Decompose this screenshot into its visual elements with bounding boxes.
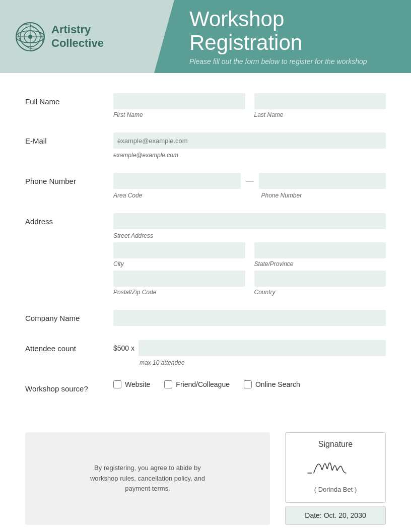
phone-row: Phone Number — Area Code Phone Number [25, 173, 386, 199]
disclaimer-text: By registering, you agree to abide bywor… [90, 463, 205, 494]
attendee-fields: $500 x max 10 attendee [113, 340, 386, 366]
street-sublabel: Street Address [113, 232, 386, 239]
email-label: E-Mail [25, 132, 113, 145]
state-sublabel: State/Province [254, 260, 386, 268]
last-name-input[interactable] [254, 93, 386, 109]
area-code-sublabel: Area Code [113, 192, 238, 199]
email-fields: example@example.com [113, 132, 386, 159]
first-name-sublabel: First Name [113, 111, 245, 118]
address-label: Address [25, 213, 113, 226]
online-checkbox-label[interactable]: Online Search [255, 380, 300, 388]
full-name-inputs-row: First Name Last Name [113, 93, 386, 118]
company-fields [113, 310, 386, 326]
page-title: Workshop Registration [189, 8, 396, 54]
max-attendee-label: max 10 attendee [140, 359, 386, 366]
phone-sublabels-row: Area Code Phone Number [113, 192, 386, 199]
phone-fields: — Area Code Phone Number [113, 173, 386, 199]
full-name-row: Full Name First Name Last Name [25, 93, 386, 118]
page-subtitle: Please fill out the form below to regist… [189, 57, 396, 65]
attendee-count-input[interactable] [139, 340, 386, 356]
phone-label: Phone Number [25, 173, 113, 185]
company-label: Company Name [25, 310, 113, 322]
full-name-fields: First Name Last Name [113, 93, 386, 118]
postal-country-row: Postal/Zip Code Country [113, 271, 386, 296]
city-group: City [113, 242, 245, 268]
form-container: Full Name First Name Last Name E-Mail ex… [0, 73, 411, 427]
phone-dash: — [246, 176, 254, 185]
signature-drawing [303, 454, 368, 482]
logo-area: Artistry Collective [15, 22, 104, 52]
price-label: $500 x [113, 344, 134, 352]
city-input[interactable] [113, 242, 245, 258]
signature-title: Signature [318, 440, 353, 449]
signature-box: Signature ( Dorinda Bet ) [285, 432, 386, 503]
country-group: Country [254, 271, 386, 296]
online-checkbox-item: Online Search [244, 380, 300, 388]
source-label: Workshop source? [25, 380, 113, 393]
attendee-row: Attendee count $500 x max 10 attendee [25, 340, 386, 366]
phone-sublabel-group: Phone Number [261, 192, 386, 199]
signature-name: ( Dorinda Bet ) [314, 486, 357, 493]
website-checkbox-item: Website [113, 380, 150, 388]
first-name-group: First Name [113, 93, 245, 118]
street-input[interactable] [113, 213, 386, 229]
online-checkbox[interactable] [244, 380, 252, 388]
area-code-input[interactable] [113, 173, 241, 189]
email-sublabel: example@example.com [113, 152, 386, 159]
area-code-sublabel-group: Area Code [113, 192, 238, 199]
state-group: State/Province [254, 242, 386, 268]
last-name-group: Last Name [254, 93, 386, 118]
logo-text: Artistry Collective [51, 23, 104, 50]
company-input[interactable] [113, 310, 386, 326]
phone-inputs-row: — [113, 173, 386, 189]
website-checkbox-label[interactable]: Website [125, 380, 150, 388]
city-state-row: City State/Province [113, 242, 386, 268]
bottom-section: By registering, you agree to abide bywor… [0, 432, 411, 532]
email-input[interactable] [113, 132, 386, 149]
signature-section: Signature ( Dorinda Bet ) Date: Oct. 20,… [285, 432, 386, 525]
source-fields: Website Friend/Colleague Online Search [113, 380, 386, 388]
address-row: Address Street Address City State/Provin… [25, 213, 386, 296]
logo-icon [15, 22, 45, 52]
header-title-area: Workshop Registration Please fill out th… [164, 0, 411, 73]
header: Artistry Collective Workshop Registratio… [0, 0, 411, 73]
company-row: Company Name [25, 310, 386, 326]
phone-number-input[interactable] [259, 173, 386, 189]
postal-sublabel: Postal/Zip Code [113, 289, 245, 296]
checkbox-row: Website Friend/Colleague Online Search [113, 380, 386, 388]
attendee-label: Attendee count [25, 340, 113, 353]
date-box: Date: Oct. 20, 2030 [285, 506, 386, 525]
disclaimer-box: By registering, you agree to abide bywor… [25, 432, 270, 525]
phone-number-group [259, 173, 386, 189]
source-row: Workshop source? Website Friend/Colleagu… [25, 380, 386, 393]
first-name-input[interactable] [113, 93, 245, 109]
country-sublabel: Country [254, 289, 386, 296]
city-sublabel: City [113, 260, 245, 268]
friend-checkbox[interactable] [164, 380, 172, 388]
phone-sublabel: Phone Number [261, 192, 386, 199]
postal-input[interactable] [113, 271, 245, 287]
last-name-sublabel: Last Name [254, 111, 386, 118]
attendee-input-row: $500 x [113, 340, 386, 356]
friend-checkbox-label[interactable]: Friend/Colleague [176, 380, 230, 388]
friend-checkbox-item: Friend/Colleague [164, 380, 230, 388]
website-checkbox[interactable] [113, 380, 121, 388]
area-code-group [113, 173, 241, 189]
email-row: E-Mail example@example.com [25, 132, 386, 159]
postal-group: Postal/Zip Code [113, 271, 245, 296]
address-fields: Street Address City State/Province Posta… [113, 213, 386, 296]
country-input[interactable] [254, 271, 386, 287]
full-name-label: Full Name [25, 93, 113, 106]
state-input[interactable] [254, 242, 386, 258]
